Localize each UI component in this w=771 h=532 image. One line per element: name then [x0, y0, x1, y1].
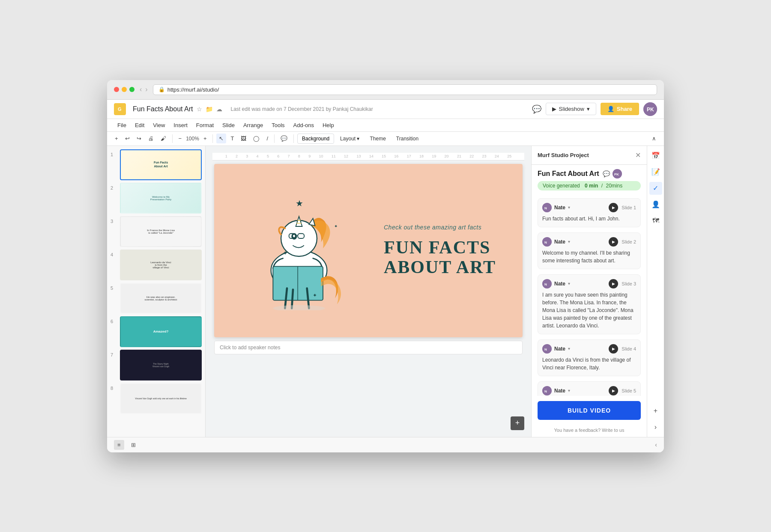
- slide-thumb-2[interactable]: 2 Welcome to MyPresentation Party: [111, 183, 202, 214]
- slide-thumb-6[interactable]: 6 Amazed?: [111, 316, 202, 347]
- slide-preview-6[interactable]: Amazed?: [120, 316, 202, 347]
- script-text-1[interactable]: Fun facts about art. Hi, I am John.: [542, 215, 636, 223]
- add-addon-icon[interactable]: +: [649, 404, 662, 417]
- maps-icon[interactable]: 🗺: [649, 214, 662, 227]
- menu-format[interactable]: Format: [193, 120, 217, 130]
- grid-view-button[interactable]: ⊞: [128, 440, 139, 450]
- slide-thumb-7[interactable]: 7 The Starry NightVincent van Gogh: [111, 350, 202, 380]
- zoom-out-button[interactable]: −: [176, 134, 185, 143]
- share-button[interactable]: 👤 Share: [601, 103, 639, 115]
- collapse-toolbar-button[interactable]: ∧: [649, 134, 659, 143]
- menu-file[interactable]: File: [114, 120, 130, 130]
- slide-thumb-4[interactable]: 4 Leonardo da Vinciis from thevillage of…: [111, 250, 202, 280]
- play-button-5[interactable]: ▶: [609, 386, 618, 395]
- slide-preview-8[interactable]: Vincent Van Gogh sold only one art work …: [120, 383, 202, 414]
- select-tool[interactable]: ↖: [216, 134, 226, 143]
- play-button-4[interactable]: ▶: [609, 344, 618, 354]
- script-text-4[interactable]: Leonardo da Vinci is from the village of…: [542, 356, 636, 372]
- minimize-button[interactable]: [122, 87, 127, 92]
- expand-icon[interactable]: ›: [649, 421, 662, 434]
- voice-selector-3[interactable]: N Nate ▾: [542, 279, 570, 288]
- folder-icon[interactable]: 📁: [206, 106, 213, 113]
- ruler-mark: 4: [257, 154, 259, 158]
- edit-status: Last edit was made on 7 December 2021 by…: [231, 106, 373, 112]
- slide-preview-5[interactable]: He was also an engineer,scientist, sculp…: [120, 283, 202, 314]
- slide-canvas[interactable]: ★ ✦ ✦ ✦: [214, 164, 523, 337]
- slide-preview-3[interactable]: In France the Mona Lisais called "La Joc…: [120, 216, 202, 247]
- slide-thumb-5[interactable]: 5 He was also an engineer,scientist, scu…: [111, 283, 202, 314]
- voice-selector-4[interactable]: N Nate ▾: [542, 344, 570, 354]
- contacts-icon[interactable]: 👤: [649, 198, 662, 211]
- slide-thumb-3[interactable]: 3 In France the Mona Lisais called "La J…: [111, 216, 202, 247]
- paint-button[interactable]: 🖌: [158, 134, 169, 143]
- slide-label-5: Slide 5: [622, 388, 636, 393]
- menu-edit[interactable]: Edit: [131, 120, 148, 130]
- share-icon: 👤: [607, 106, 614, 112]
- forward-arrow[interactable]: ›: [145, 86, 147, 93]
- slide-preview-1[interactable]: Fun FactsAbout Art: [120, 149, 202, 180]
- menu-addons[interactable]: Add-ons: [290, 120, 317, 130]
- star-icon[interactable]: ☆: [197, 106, 202, 113]
- menu-help[interactable]: Help: [319, 120, 338, 130]
- menu-view[interactable]: View: [149, 120, 168, 130]
- undo-button[interactable]: ↩: [123, 134, 132, 143]
- menu-slide[interactable]: Slide: [219, 120, 238, 130]
- main-content: 1 Fun FactsAbout Art 2 Welcome to MyPres…: [107, 146, 664, 437]
- slide-preview-7[interactable]: The Starry NightVincent van Gogh: [120, 350, 202, 380]
- menu-tools[interactable]: Tools: [268, 120, 288, 130]
- script-text-3[interactable]: I am sure you have seen this painting be…: [542, 291, 636, 330]
- voice-selector-2[interactable]: N Nate ▾: [542, 237, 570, 247]
- shape-tool[interactable]: ◯: [251, 134, 262, 143]
- image-tool[interactable]: 🖼: [238, 134, 249, 143]
- ruler-mark: 7: [288, 154, 290, 158]
- slide-preview-2[interactable]: Welcome to MyPresentation Party: [120, 183, 202, 214]
- calendar-icon[interactable]: 📅: [649, 149, 662, 162]
- line-tool[interactable]: /: [264, 134, 271, 143]
- tasks-icon[interactable]: ✓: [649, 182, 662, 195]
- user-avatar[interactable]: PK: [643, 102, 657, 116]
- script-controls-4: ▶ Slide 4: [609, 344, 636, 354]
- script-item-5: N Nate ▾ ▶ Slide 5 Leonardo da Vinci was…: [538, 381, 641, 396]
- slide-preview-4[interactable]: Leonardo da Vinciis from thevillage of V…: [120, 250, 202, 280]
- play-button-3[interactable]: ▶: [609, 279, 618, 288]
- voice-selector-1[interactable]: N Nate ▾: [542, 203, 570, 212]
- play-button-1[interactable]: ▶: [609, 203, 618, 212]
- collapse-sidebar-button[interactable]: ‹: [655, 441, 657, 448]
- comment-icon[interactable]: 💬: [532, 104, 541, 114]
- theme-button[interactable]: Theme: [365, 134, 390, 143]
- notes-icon[interactable]: 📝: [649, 166, 662, 178]
- menu-arrange[interactable]: Arrange: [240, 120, 266, 130]
- print-button[interactable]: 🖨: [146, 134, 156, 143]
- script-header-3: N Nate ▾ ▶ Slide 3: [542, 279, 636, 288]
- voice-selector-5[interactable]: N Nate ▾: [542, 386, 570, 395]
- voice-name-3: Nate: [554, 281, 565, 287]
- list-view-button[interactable]: ≡: [114, 440, 124, 450]
- slide-num-3: 3: [111, 219, 117, 224]
- close-button[interactable]: [114, 87, 119, 92]
- slide-thumb-1[interactable]: 1 Fun FactsAbout Art: [111, 149, 202, 180]
- maximize-button[interactable]: [129, 87, 134, 92]
- play-button-2[interactable]: ▶: [609, 237, 618, 247]
- text-tool[interactable]: T: [228, 134, 236, 143]
- cloud-icon[interactable]: ☁: [216, 106, 222, 113]
- slide-thumb-8[interactable]: 8 Vincent Van Gogh sold only one art wor…: [111, 383, 202, 414]
- script-text-2[interactable]: Welcome to my channel. I'll be sharing s…: [542, 249, 636, 265]
- app-header: G Fun Facts About Art ☆ 📁 ☁ Last edit wa…: [107, 100, 664, 119]
- build-video-button[interactable]: BUILD VIDEO: [538, 401, 641, 420]
- layout-button[interactable]: Layout ▾: [336, 134, 364, 143]
- address-bar[interactable]: 🔒 https://murf.ai/studio/: [153, 84, 657, 95]
- menu-insert[interactable]: Insert: [170, 120, 191, 130]
- murf-close-button[interactable]: ✕: [635, 151, 641, 159]
- slideshow-button[interactable]: ▶ Slideshow ▾: [546, 103, 596, 115]
- speaker-notes[interactable]: Click to add speaker notes: [214, 341, 523, 354]
- add-element-button[interactable]: +: [511, 416, 524, 430]
- background-button[interactable]: Background: [297, 134, 334, 144]
- add-button[interactable]: +: [112, 134, 121, 143]
- script-controls-5: ▶ Slide 5: [609, 386, 636, 395]
- comment-tool[interactable]: 💬: [278, 134, 290, 143]
- transition-button[interactable]: Transition: [392, 134, 423, 143]
- chat-icon[interactable]: 💬: [603, 170, 610, 177]
- zoom-in-button[interactable]: +: [201, 134, 209, 143]
- back-arrow[interactable]: ‹: [140, 86, 142, 93]
- redo-button[interactable]: ↪: [134, 134, 144, 143]
